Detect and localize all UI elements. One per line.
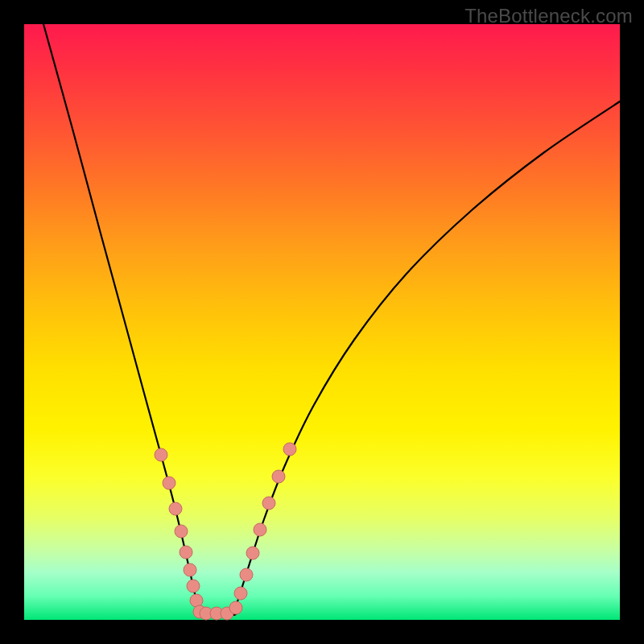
curve-bead xyxy=(246,547,259,559)
curve-bead xyxy=(175,525,188,538)
curve-bead xyxy=(283,443,296,456)
curve-bead xyxy=(169,502,182,515)
curve-bead xyxy=(254,523,266,536)
plot-area xyxy=(24,24,620,620)
curve-beads xyxy=(155,443,296,620)
curve-bead xyxy=(234,587,247,600)
curve-layer xyxy=(24,24,620,620)
curve-bead xyxy=(262,497,275,510)
curve-bead xyxy=(155,448,167,461)
curve-bead xyxy=(190,594,203,607)
watermark-text: TheBottleneck.com xyxy=(464,5,633,27)
curve-bead xyxy=(184,564,196,576)
chart-frame: TheBottleneck.com xyxy=(0,0,644,644)
curve-bead xyxy=(180,546,192,559)
curve-bead xyxy=(163,477,175,489)
curve-bead xyxy=(272,470,285,483)
curve-bead xyxy=(229,601,242,614)
bottleneck-curve xyxy=(43,24,620,615)
curve-bead xyxy=(187,580,200,592)
curve-bead xyxy=(240,568,253,581)
